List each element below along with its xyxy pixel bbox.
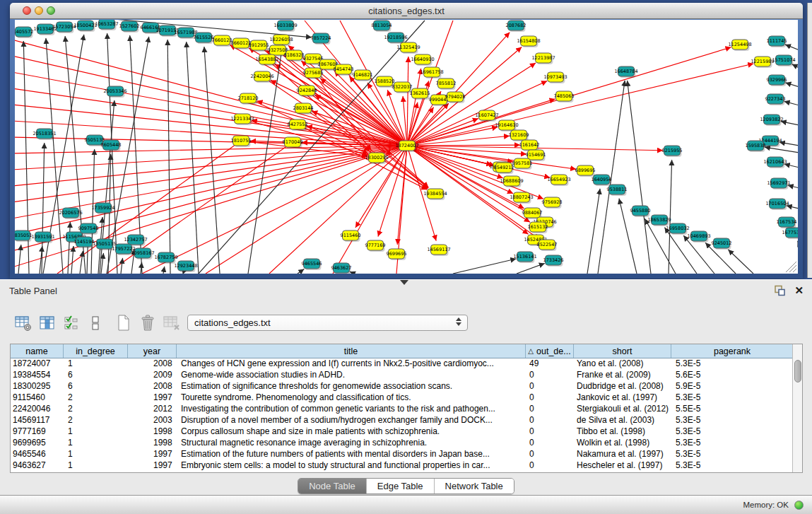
table-row[interactable]: 969969511998Structural magnetic resonanc… (11, 438, 802, 449)
graph-node[interactable]: 18653829 (647, 215, 671, 226)
graph-node[interactable]: 15751074 (772, 55, 795, 66)
graph-node[interactable]: 9146821 (353, 70, 373, 81)
graph-node[interactable]: 8454743 (334, 64, 354, 76)
column-header-pagerank[interactable]: pagerank (671, 344, 793, 358)
column-header-short[interactable]: short (574, 344, 671, 358)
graph-node[interactable]: 16154808 (517, 36, 540, 47)
graph-node[interactable]: 16640910 (411, 54, 434, 66)
graph-node[interactable]: 14569117 (427, 245, 450, 256)
graph-node[interactable]: 9465546 (302, 259, 322, 270)
graph-node[interactable]: 9794028 (445, 92, 466, 103)
graph-node[interactable]: 7660123 (212, 35, 233, 47)
graph-node[interactable]: 12923448 (174, 261, 197, 272)
graph-node[interactable]: 16210643 (763, 157, 787, 168)
graph-node[interactable]: 8813054 (372, 21, 392, 32)
graph-node[interactable]: 17359924 (91, 203, 114, 214)
graph-node[interactable]: 8186328 (284, 50, 305, 62)
graph-node[interactable]: 18500421 (73, 21, 97, 32)
network-canvas[interactable]: 1405572191334621572305418500421106532871… (15, 20, 798, 274)
graph-node[interactable]: 9227343 (765, 94, 786, 105)
graph-node[interactable]: 15136141 (513, 252, 536, 263)
table-selector-combobox[interactable]: citations_edges.txt (187, 315, 468, 331)
graph-node[interactable]: 2718120 (238, 93, 259, 105)
row-height-button[interactable] (85, 313, 106, 333)
graph-node[interactable]: 7485063 (554, 91, 575, 103)
select-rows-button[interactable] (61, 313, 82, 333)
graph-node[interactable]: 12093822 (760, 115, 783, 126)
graph-node[interactable]: 11607427 (475, 110, 498, 122)
vertical-scrollbar[interactable] (792, 344, 802, 472)
graph-node[interactable]: 1733426 (543, 255, 564, 267)
graph-node[interactable]: 12213343 (230, 114, 254, 125)
graph-node[interactable]: 20518351 (33, 129, 56, 140)
graph-node[interactable]: 8549212 (494, 163, 514, 174)
table-row[interactable]: 2242004622012Investigating the contribut… (11, 404, 802, 415)
graph-node[interactable]: 1362615 (410, 88, 430, 100)
graph-node[interactable]: 10653287 (95, 20, 118, 30)
column-header-in_degree[interactable]: in_degree (64, 344, 128, 358)
network-graph[interactable]: 1405572191334621572305418500421106532871… (15, 20, 798, 274)
graph-node[interactable]: 10958167 (131, 248, 154, 259)
graph-node[interactable]: 2803144 (293, 103, 314, 115)
graph-node[interactable]: 9245012 (712, 238, 732, 250)
graph-node[interactable]: 16782759 (154, 252, 177, 264)
graph-node[interactable]: 16775339 (782, 228, 798, 239)
graph-node[interactable]: 8522547 (537, 240, 558, 251)
graph-node[interactable]: 11325419 (396, 42, 420, 54)
graph-node[interactable]: 7857224 (311, 33, 331, 45)
delete-table-button[interactable] (161, 313, 182, 333)
graph-node[interactable]: 1167534 (777, 217, 797, 228)
graph-node[interactable]: 1595838 (746, 141, 766, 152)
graph-node[interactable]: 11254498 (728, 40, 751, 51)
delete-column-button[interactable] (137, 313, 158, 333)
graph-node[interactable]: 10469893 (687, 231, 710, 243)
graph-node[interactable]: 9699695 (387, 249, 407, 260)
graph-node[interactable]: 20206576 (59, 208, 82, 219)
graph-node[interactable]: 9835051 (15, 230, 32, 242)
tab-node-table[interactable]: Node Table (298, 479, 366, 493)
graph-node[interactable]: 7855812 (436, 78, 457, 90)
scrollbar-thumb[interactable] (794, 360, 801, 382)
create-column-button[interactable] (113, 313, 134, 333)
graph-node[interactable]: 17016504 (765, 199, 789, 210)
table-row[interactable]: 946362711997Embryonic stem cells: a mode… (11, 460, 802, 472)
graph-node[interactable]: 9242848 (297, 86, 317, 97)
graph-node[interactable]: 6899695 (575, 165, 596, 177)
graph-node[interactable]: 16648784 (614, 66, 637, 78)
graph-node[interactable]: 19384554 (423, 189, 447, 200)
graph-node[interactable]: 9329966 (767, 75, 787, 86)
column-header-year[interactable]: year (128, 344, 177, 358)
graph-node[interactable]: 8170049 (283, 137, 303, 148)
graph-node[interactable]: 16961758 (420, 67, 443, 78)
graph-node[interactable]: 8215955 (662, 146, 683, 157)
graph-node[interactable]: 8912955 (249, 40, 269, 52)
graph-node[interactable]: 1615132 (528, 222, 548, 233)
graph-node[interactable]: 10973493 (543, 72, 567, 83)
graph-node[interactable]: 1145194 (74, 237, 95, 248)
graph-node[interactable]: 16033809 (273, 21, 297, 32)
graph-node[interactable]: 8957581 (512, 158, 533, 170)
graph-node[interactable]: 18807243 (510, 192, 533, 204)
graph-node[interactable]: 9115460 (341, 230, 361, 242)
graph-node[interactable]: 1405572 (15, 27, 33, 38)
graph-node[interactable]: 8427552 (288, 119, 308, 131)
graph-node[interactable]: 18724007 (395, 141, 418, 152)
tab-edge-table[interactable]: Edge Table (366, 479, 434, 493)
column-header-name[interactable]: name (11, 344, 64, 358)
graph-node[interactable]: 18300295 (365, 153, 388, 164)
table-row[interactable]: 911546021997Tourette syndrome. Phenomeno… (11, 392, 802, 404)
column-header-title[interactable]: title (177, 344, 526, 358)
graph-node[interactable]: 7615526 (194, 33, 214, 44)
graph-node[interactable]: 2087682 (506, 21, 526, 32)
graph-node[interactable]: 1527602 (119, 21, 140, 33)
graph-node[interactable]: 9463627 (331, 263, 352, 274)
graph-node[interactable]: 10688609 (500, 176, 523, 187)
graph-node[interactable]: 20053346 (103, 86, 126, 98)
graph-node[interactable]: 15692971 (767, 178, 790, 189)
table-row[interactable]: 1456911722003Disruption of a novel membe… (11, 415, 802, 426)
graph-node[interactable]: 16654923 (547, 175, 570, 186)
graph-node[interactable]: 9097548 (78, 223, 99, 235)
resize-grip[interactable] (784, 260, 797, 273)
graph-node[interactable]: 1640954 (592, 175, 612, 186)
graph-node[interactable]: 12215989 (751, 57, 774, 68)
